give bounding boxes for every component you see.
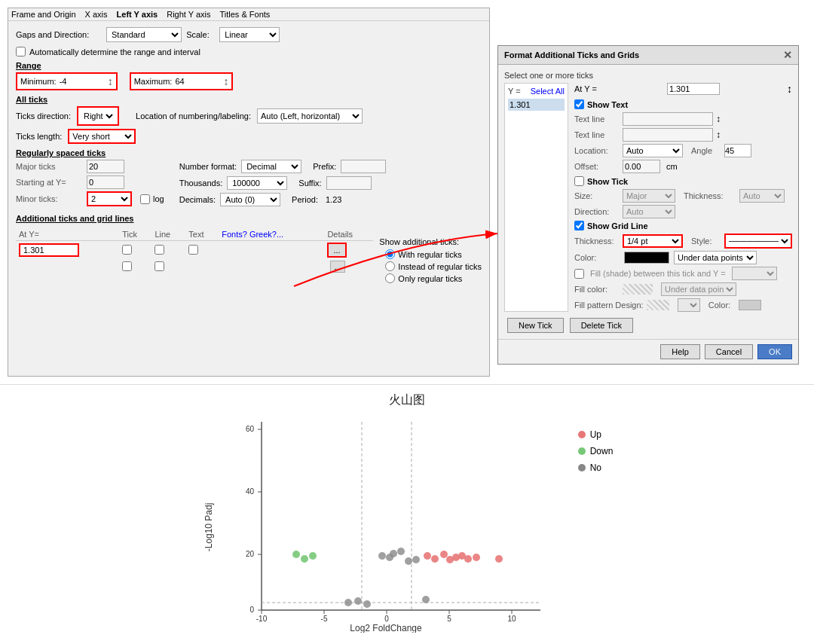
color-label: Color: bbox=[574, 253, 620, 262]
svg-point-41 bbox=[464, 555, 472, 563]
decimals-select[interactable]: Auto (0) bbox=[220, 193, 280, 206]
prefix-label: Prefix: bbox=[313, 162, 336, 171]
show-tick-checkbox[interactable] bbox=[574, 176, 584, 186]
suffix-input[interactable] bbox=[326, 176, 372, 190]
log-checkbox[interactable] bbox=[140, 194, 150, 204]
show-grid-section: Show Grid Line bbox=[574, 221, 792, 230]
legend-no: No bbox=[578, 462, 614, 473]
menu-frame-origin[interactable]: Frame and Origin bbox=[11, 10, 76, 19]
tick-list-item[interactable]: 1.301 bbox=[508, 99, 565, 111]
text-line2-input[interactable] bbox=[623, 128, 713, 142]
details-button-2[interactable]: ... bbox=[330, 261, 344, 273]
delete-tick-button[interactable]: Delete Tick bbox=[570, 318, 633, 333]
at-y-value-input[interactable] bbox=[23, 246, 76, 255]
svg-point-25 bbox=[378, 552, 386, 560]
offset-input[interactable] bbox=[623, 160, 660, 173]
direction-select[interactable]: Auto bbox=[623, 205, 675, 218]
legend-down: Down bbox=[578, 446, 614, 456]
location-select[interactable]: Auto bbox=[623, 144, 683, 157]
size-select[interactable]: Major bbox=[623, 189, 675, 203]
fill-shade-label: Fill (shade) between this tick and Y = bbox=[590, 269, 726, 278]
minor-ticks-select[interactable]: 2 bbox=[87, 191, 132, 206]
ticks-length-select[interactable]: Very short bbox=[68, 129, 136, 144]
svg-text:0: 0 bbox=[384, 615, 389, 623]
radio-only-label: Only regular ticks bbox=[398, 274, 462, 283]
starting-label: Starting at Y= bbox=[16, 178, 84, 187]
grid-thickness-select[interactable]: 1/4 pt bbox=[623, 234, 683, 248]
radio-with-label: With regular ticks bbox=[398, 250, 461, 259]
line-checkbox-1[interactable] bbox=[155, 245, 164, 255]
dialog-button-row: Help Cancel OK bbox=[498, 339, 798, 364]
num-format-label: Number format: bbox=[179, 162, 237, 171]
ticks-direction-select[interactable]: Right bbox=[81, 108, 115, 124]
svg-point-35 bbox=[424, 552, 431, 560]
radio-only[interactable] bbox=[385, 273, 395, 283]
at-y-input-box[interactable] bbox=[19, 243, 79, 257]
select-all-link[interactable]: Select All bbox=[531, 87, 565, 96]
fill-shade-checkbox[interactable] bbox=[574, 269, 584, 279]
legend-up-label: Up bbox=[590, 429, 601, 440]
starting-input[interactable] bbox=[87, 175, 124, 189]
maximum-input[interactable] bbox=[175, 77, 220, 86]
tick-checkbox-2[interactable] bbox=[122, 261, 132, 271]
text-line1-input[interactable] bbox=[623, 112, 713, 126]
col-fonts[interactable]: Fonts? Greek?... bbox=[219, 228, 324, 241]
under-data-select[interactable]: Under data points bbox=[674, 251, 757, 264]
grid-thickness-label: Thickness: bbox=[574, 237, 620, 246]
bottom-chart-section: 火山图 -Log10 Padj 60 bbox=[0, 384, 814, 644]
thousands-select[interactable]: 100000 bbox=[227, 176, 287, 190]
at-y-dialog-input[interactable] bbox=[667, 83, 720, 95]
table-row-2: ... bbox=[16, 259, 373, 274]
direction-label: Direction: bbox=[574, 207, 620, 216]
tick-checkbox-1[interactable] bbox=[122, 245, 132, 255]
maximum-box: Maximum: ↕ bbox=[130, 72, 234, 90]
menu-right-y[interactable]: Right Y axis bbox=[167, 10, 210, 19]
angle-input[interactable] bbox=[724, 144, 751, 157]
minimum-input[interactable] bbox=[60, 77, 105, 86]
format-dialog: Format Additional Ticks and Grids ✕ Sele… bbox=[497, 45, 799, 365]
menu-titles-fonts[interactable]: Titles & Fonts bbox=[219, 10, 270, 19]
menu-x-axis[interactable]: X axis bbox=[85, 10, 108, 19]
show-grid-checkbox[interactable] bbox=[574, 221, 584, 230]
numbering-select[interactable]: Auto (Left, horizontal) bbox=[257, 108, 363, 124]
minimum-box: Minimum: ↕ bbox=[16, 72, 118, 90]
svg-point-31 bbox=[344, 599, 352, 606]
new-tick-button[interactable]: New Tick bbox=[507, 318, 564, 333]
ok-button[interactable]: OK bbox=[757, 344, 792, 359]
line-checkbox-2[interactable] bbox=[155, 261, 164, 271]
volcano-chart: -Log10 Padj 60 40 bbox=[201, 414, 563, 633]
legend-up: Up bbox=[578, 429, 614, 440]
color-swatch[interactable] bbox=[624, 252, 669, 264]
fill-pattern-swatch[interactable] bbox=[647, 300, 669, 310]
svg-text:20: 20 bbox=[246, 550, 255, 558]
close-icon[interactable]: ✕ bbox=[783, 49, 792, 61]
scale-select[interactable]: Linear bbox=[219, 27, 280, 42]
text-line1-label: Text line bbox=[574, 114, 620, 124]
fill-shade-select[interactable] bbox=[732, 267, 777, 280]
help-button[interactable]: Help bbox=[660, 344, 700, 359]
fill-color2-swatch bbox=[739, 300, 761, 310]
suffix-label: Suffix: bbox=[298, 179, 321, 188]
auto-range-checkbox[interactable] bbox=[16, 47, 26, 56]
major-ticks-input[interactable] bbox=[87, 160, 124, 173]
cancel-button[interactable]: Cancel bbox=[705, 344, 753, 359]
radio-with[interactable] bbox=[385, 249, 395, 259]
svg-text:60: 60 bbox=[246, 425, 255, 433]
ticks-direction-box: Right bbox=[77, 106, 119, 126]
num-format-select[interactable]: Decimal bbox=[241, 160, 301, 173]
fill-pattern-select[interactable] bbox=[678, 298, 700, 312]
menu-left-y[interactable]: Left Y axis bbox=[117, 10, 158, 19]
details-button-1[interactable]: ... bbox=[327, 243, 346, 258]
text-checkbox-1[interactable] bbox=[188, 245, 198, 255]
thickness-select[interactable]: Auto bbox=[739, 189, 785, 203]
col-line: Line bbox=[151, 228, 185, 241]
prefix-input[interactable] bbox=[341, 160, 386, 173]
show-tick-label: Show Tick bbox=[587, 177, 628, 186]
radio-instead[interactable] bbox=[385, 261, 395, 271]
fill-color-swatch[interactable] bbox=[623, 284, 653, 295]
gaps-direction-select[interactable]: Standard bbox=[106, 27, 182, 42]
fill-under-select[interactable]: Under data points bbox=[661, 282, 736, 296]
show-text-checkbox[interactable] bbox=[574, 99, 584, 109]
svg-point-46 bbox=[292, 551, 300, 558]
grid-style-select[interactable]: ───────── bbox=[724, 233, 792, 249]
